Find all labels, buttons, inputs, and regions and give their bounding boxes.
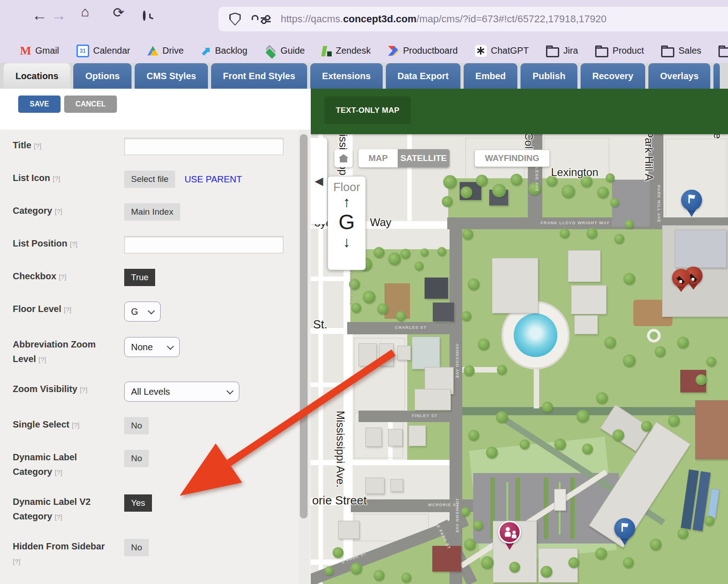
bookmark-backlog[interactable]: ⬈Backlog bbox=[201, 45, 248, 56]
shield-icon[interactable] bbox=[229, 13, 241, 26]
tree-icon bbox=[623, 273, 635, 285]
help-icon[interactable]: [?] bbox=[70, 240, 78, 248]
tree-icon bbox=[668, 415, 680, 427]
help-icon[interactable]: [?] bbox=[53, 175, 61, 182]
use-parent-link[interactable]: USE PARENT bbox=[184, 174, 242, 185]
tab-publish[interactable]: Publish bbox=[521, 63, 577, 89]
map-building bbox=[359, 343, 377, 366]
flag-pin[interactable] bbox=[681, 190, 702, 217]
field-row-list-position: List Position [?] bbox=[13, 236, 298, 253]
hidden-from-sidebar-toggle[interactable]: No bbox=[124, 539, 149, 556]
floor-level-label: Floor Level bbox=[13, 304, 61, 314]
tab-recovery[interactable]: Recovery bbox=[581, 63, 645, 89]
tree-icon bbox=[706, 357, 716, 367]
abbreviation-zoom-select[interactable]: None bbox=[124, 337, 180, 357]
map-building bbox=[388, 429, 403, 446]
zoom-visibility-select[interactable]: All Levels bbox=[124, 382, 239, 402]
field-row-hidden-from-sidebar: Hidden From Sidebar [?] No bbox=[13, 539, 298, 568]
street-label-park-hill: Park Hill A bbox=[642, 131, 655, 181]
help-icon[interactable]: [?] bbox=[55, 468, 62, 476]
family-pin[interactable] bbox=[498, 521, 521, 550]
bookmark-productboard[interactable]: Productboard bbox=[388, 45, 458, 56]
bookmark-gmail[interactable]: MGmail bbox=[20, 44, 59, 58]
floor-up-button[interactable]: ↑ bbox=[343, 194, 350, 210]
tree-icon bbox=[595, 548, 607, 559]
help-icon[interactable]: [?] bbox=[13, 558, 20, 565]
help-icon[interactable]: [?] bbox=[64, 306, 71, 313]
map-building bbox=[412, 337, 440, 369]
satellite-view-button[interactable]: SATELLITE bbox=[398, 149, 450, 167]
fountain bbox=[514, 313, 557, 357]
title-input[interactable] bbox=[124, 138, 283, 155]
map-building bbox=[365, 478, 384, 494]
dynamic-label-category-toggle[interactable]: No bbox=[124, 450, 149, 467]
url-bar[interactable]: https://qacms.concept3d.com/map/cms/?id=… bbox=[218, 7, 728, 31]
floor-level-select[interactable]: G bbox=[124, 302, 161, 322]
tree-icon bbox=[625, 220, 634, 229]
list-icon-label: List Icon bbox=[13, 173, 50, 183]
flag-pin[interactable] bbox=[614, 518, 635, 545]
select-file-button[interactable]: Select file bbox=[124, 171, 175, 188]
bookmark-jira[interactable]: Jira bbox=[546, 44, 578, 57]
wayfinding-button[interactable]: WAYFINDING bbox=[475, 150, 550, 167]
panel-scrollbar[interactable] bbox=[298, 130, 309, 584]
bookmark-guide[interactable]: Guide bbox=[265, 45, 305, 56]
tab-front-end-styles[interactable]: Front End Styles bbox=[211, 63, 307, 89]
refresh-icon[interactable]: ⟳ bbox=[113, 5, 124, 20]
tree-icon bbox=[473, 520, 483, 530]
tree-icon bbox=[442, 196, 453, 207]
graduation-pin[interactable] bbox=[672, 269, 690, 292]
single-select-toggle[interactable]: No bbox=[124, 417, 149, 434]
tree-icon bbox=[541, 566, 552, 578]
help-icon[interactable]: [?] bbox=[39, 356, 46, 363]
dynamic-label-v2-category-toggle[interactable]: Yes bbox=[124, 494, 152, 512]
map-home-button[interactable] bbox=[334, 149, 353, 167]
save-button[interactable]: SAVE bbox=[18, 96, 61, 113]
editor-actions: SAVE CANCEL bbox=[0, 89, 311, 130]
tab-data-export[interactable]: Data Export bbox=[386, 63, 460, 89]
tab-partial[interactable] bbox=[713, 63, 720, 89]
list-position-input[interactable] bbox=[124, 236, 283, 253]
permissions-icon[interactable] bbox=[261, 17, 271, 22]
help-icon[interactable]: [?] bbox=[55, 207, 62, 215]
help-icon[interactable]: [?] bbox=[80, 386, 87, 393]
floor-selector-title: Floor bbox=[333, 180, 360, 194]
campus-map[interactable]: Lexington Park Hill A Colle e Mississipp… bbox=[311, 89, 728, 584]
tab-extensions[interactable]: Extensions bbox=[310, 63, 383, 89]
bookmark-drive[interactable]: Drive bbox=[147, 45, 184, 56]
panel-scrollbar-thumb[interactable] bbox=[300, 134, 308, 519]
tab-locations[interactable]: Locations bbox=[4, 63, 70, 89]
bookmark-chatgpt[interactable]: ChatGPT bbox=[475, 45, 529, 57]
tree-icon bbox=[677, 337, 689, 348]
bookmark-sales[interactable]: Sales bbox=[661, 44, 701, 57]
bookmark-product[interactable]: Product bbox=[595, 44, 644, 57]
screenshot-root: { "browser": { "url": { "prefix": "https… bbox=[0, 0, 728, 584]
home-icon[interactable]: ⌂ bbox=[81, 4, 89, 20]
tree-icon bbox=[696, 374, 707, 385]
checkbox-toggle[interactable]: True bbox=[124, 269, 155, 286]
sidebar-collapse-button[interactable]: ◀ bbox=[311, 138, 327, 224]
back-icon[interactable]: ← bbox=[32, 6, 47, 24]
help-icon[interactable]: [?] bbox=[59, 273, 66, 281]
floor-down-button[interactable]: ↓ bbox=[343, 234, 350, 250]
tab-embed[interactable]: Embed bbox=[464, 63, 518, 89]
tree-icon bbox=[568, 557, 579, 568]
street-label-st-fragment: St. bbox=[313, 317, 328, 332]
tab-options[interactable]: Options bbox=[73, 63, 131, 89]
bookmark-folder-partial[interactable] bbox=[718, 44, 728, 57]
tab-overlays[interactable]: Overlays bbox=[648, 63, 711, 89]
forward-icon[interactable]: → bbox=[51, 6, 66, 24]
help-icon[interactable]: [?] bbox=[34, 142, 41, 150]
bookmark-calendar[interactable]: 31Calendar bbox=[76, 45, 130, 57]
text-only-map-button[interactable]: TEXT-ONLY MAP bbox=[324, 96, 411, 124]
map-view-button[interactable]: MAP bbox=[359, 149, 398, 167]
bookmark-zendesk[interactable]: Zendesk bbox=[322, 45, 371, 56]
help-icon[interactable]: [?] bbox=[55, 513, 62, 521]
help-icon[interactable]: [?] bbox=[72, 421, 80, 429]
street-label-lexington: Lexington bbox=[551, 166, 598, 179]
category-value[interactable]: Main Index bbox=[124, 203, 180, 221]
tab-cms-styles[interactable]: CMS Styles bbox=[135, 63, 208, 89]
tree-icon bbox=[560, 228, 570, 238]
cancel-button[interactable]: CANCEL bbox=[64, 96, 117, 113]
history-icon[interactable] bbox=[143, 12, 146, 20]
